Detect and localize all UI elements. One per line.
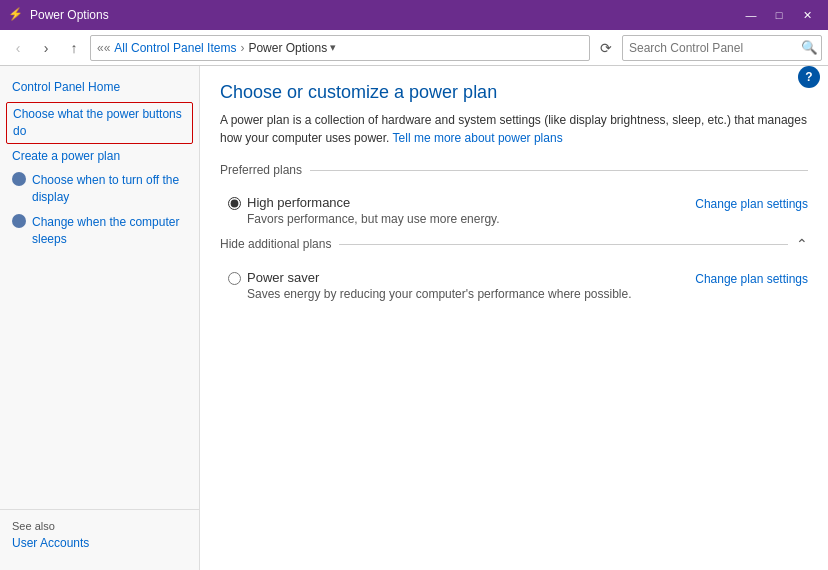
plan-high-performance-name: High performance: [247, 195, 500, 210]
sleep-icon: [12, 214, 26, 228]
breadcrumb-all-items[interactable]: All Control Panel Items: [114, 41, 236, 55]
user-accounts-link[interactable]: User Accounts: [12, 536, 187, 550]
sidebar-see-also: See also User Accounts: [0, 509, 199, 560]
sidebar-item-change-sleep[interactable]: Change when the computer sleeps: [0, 210, 199, 252]
window-title: Power Options: [30, 8, 738, 22]
plan-power-saver-desc: Saves energy by reducing your computer's…: [247, 287, 632, 301]
change-plan-high-performance-link[interactable]: Change plan settings: [695, 197, 808, 211]
up-button[interactable]: ↑: [62, 36, 86, 60]
sidebar-item-choose-power-buttons[interactable]: Choose what the power buttons do: [6, 102, 193, 144]
sidebar: Control Panel Home Choose what the power…: [0, 66, 200, 570]
sidebar-item-label-choose-power-buttons: Choose what the power buttons do: [13, 106, 186, 140]
forward-button[interactable]: ›: [34, 36, 58, 60]
refresh-button[interactable]: ⟳: [594, 36, 618, 60]
breadcrumb-current: Power Options: [248, 41, 327, 55]
plan-power-saver-radio[interactable]: [228, 272, 241, 285]
change-plan-power-saver-link[interactable]: Change plan settings: [695, 272, 808, 286]
plan-power-saver-info: Power saver Saves energy by reducing you…: [247, 270, 632, 301]
preferred-plans-divider: [310, 170, 808, 171]
see-also-label: See also: [12, 520, 187, 532]
plan-power-saver-left: Power saver Saves energy by reducing you…: [228, 270, 632, 301]
sidebar-item-choose-turn-off[interactable]: Choose when to turn off the display: [0, 168, 199, 210]
help-button[interactable]: ?: [798, 66, 820, 88]
plan-high-performance-info: High performance Favors performance, but…: [247, 195, 500, 226]
close-button[interactable]: ✕: [794, 5, 820, 25]
address-dropdown-button[interactable]: ▾: [327, 41, 339, 54]
search-button[interactable]: 🔍: [797, 36, 821, 60]
display-icon: [12, 172, 26, 186]
collapse-icon[interactable]: ⌃: [796, 236, 808, 252]
hide-additional-plans-label: Hide additional plans: [220, 237, 331, 251]
address-bar: ‹ › ↑ «« All Control Panel Items › Power…: [0, 30, 828, 66]
plan-high-performance-desc: Favors performance, but may use more ene…: [247, 212, 500, 226]
plan-power-saver-name: Power saver: [247, 270, 632, 285]
page-description: A power plan is a collection of hardware…: [220, 111, 808, 147]
plan-power-saver: Power saver Saves energy by reducing you…: [220, 264, 808, 311]
hide-additional-plans-divider: [339, 244, 788, 245]
main-layout: Control Panel Home Choose what the power…: [0, 66, 828, 570]
preferred-plans-header: Preferred plans: [220, 163, 808, 177]
sidebar-item-label-change-sleep: Change when the computer sleeps: [32, 214, 187, 248]
breadcrumb-separator-1: ›: [240, 41, 244, 55]
sidebar-home-link[interactable]: Control Panel Home: [0, 76, 199, 102]
content-area: Choose or customize a power plan A power…: [200, 66, 828, 570]
search-box: 🔍: [622, 35, 822, 61]
power-plans-link[interactable]: Tell me more about power plans: [393, 131, 563, 145]
plan-high-performance-radio[interactable]: [228, 197, 241, 210]
sidebar-item-label-create-power-plan: Create a power plan: [12, 148, 120, 165]
page-title: Choose or customize a power plan: [220, 82, 808, 103]
title-bar: ⚡ Power Options — □ ✕: [0, 0, 828, 30]
minimize-button[interactable]: —: [738, 5, 764, 25]
hide-additional-plans-header: Hide additional plans ⌃: [220, 236, 808, 252]
sidebar-item-create-power-plan[interactable]: Create a power plan: [0, 144, 199, 169]
maximize-button[interactable]: □: [766, 5, 792, 25]
address-path: «« All Control Panel Items › Power Optio…: [90, 35, 590, 61]
back-button[interactable]: ‹: [6, 36, 30, 60]
plan-high-performance: High performance Favors performance, but…: [220, 189, 808, 236]
sidebar-item-label-choose-turn-off: Choose when to turn off the display: [32, 172, 187, 206]
preferred-plans-label: Preferred plans: [220, 163, 302, 177]
search-input[interactable]: [623, 41, 797, 55]
plan-high-performance-left: High performance Favors performance, but…: [228, 195, 500, 226]
app-icon: ⚡: [8, 7, 24, 23]
window-controls: — □ ✕: [738, 5, 820, 25]
